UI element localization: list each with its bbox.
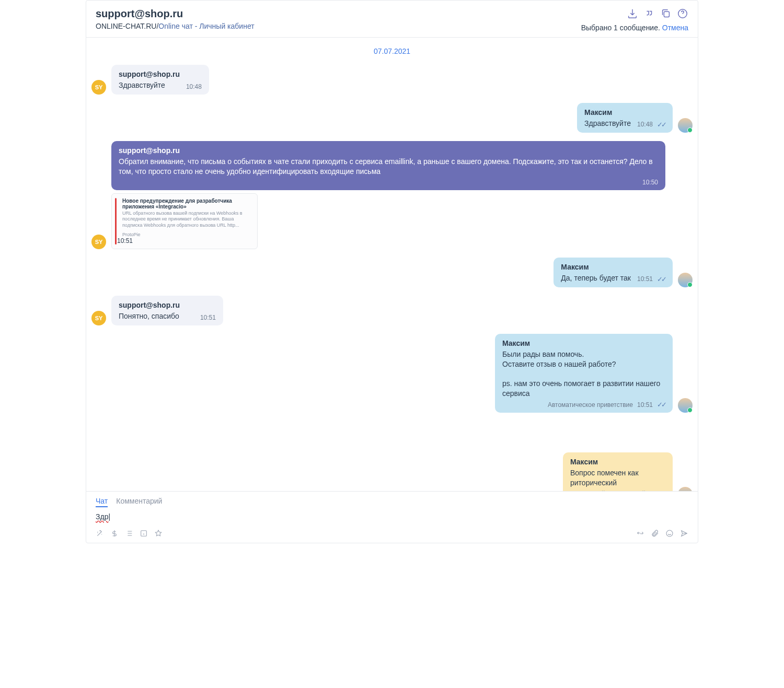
send-icon[interactable] [680, 529, 688, 538]
read-ticks-icon: ✓✓ [657, 275, 665, 283]
chat-body: 07.07.2021 SY support@shop.ru Здравствуй… [86, 38, 698, 491]
help-icon[interactable] [677, 8, 688, 19]
transfer-icon[interactable] [636, 529, 644, 538]
breadcrumb-prefix: ONLINE-CHAT.RU/ [96, 22, 158, 30]
message-row[interactable]: Максим Вопрос помечен как риторический С… [91, 452, 693, 491]
message-composer: Чат Комментарий Здр| [86, 491, 698, 543]
message-sender: Максим [561, 263, 665, 271]
message-body: Здравствуйте [584, 119, 631, 129]
message-row[interactable]: Максим Были рады вам помочь. Оставите от… [91, 334, 693, 413]
message-input[interactable]: Здр| [96, 511, 688, 526]
quote-icon[interactable] [643, 8, 655, 19]
message-sender: Максим [502, 339, 665, 347]
emoji-icon[interactable] [665, 529, 674, 538]
message-body: Вопрос помечен как риторический [570, 468, 665, 488]
dollar-icon[interactable] [110, 529, 119, 538]
selection-info: Выбрано 1 сообщение. Отмена [581, 24, 688, 32]
message-row[interactable]: Максим Здравствуйте 10:48✓✓ [91, 103, 693, 133]
message-bubble-selected[interactable]: support@shop.ru Обратил внимание, что пи… [111, 141, 665, 190]
avatar [678, 487, 693, 491]
svg-point-3 [666, 530, 673, 537]
message-sender: Максим [570, 458, 665, 466]
message-sender: support@shop.ru [119, 70, 202, 78]
list-icon[interactable] [125, 529, 133, 538]
message-bubble[interactable]: Максим Здравствуйте 10:48✓✓ [577, 103, 673, 133]
attachment-source: ProtoPie [122, 232, 141, 237]
message-time: 10:51 [637, 275, 653, 283]
message-bubble[interactable]: Максим Были рады вам помочь. Оставите от… [495, 334, 673, 413]
download-icon[interactable] [627, 8, 638, 19]
message-sender: Максим [584, 108, 665, 116]
message-time: 10:51 [637, 401, 653, 409]
attachment-icon[interactable] [651, 529, 659, 538]
read-ticks-icon: ✓✓ [657, 121, 665, 129]
message-row[interactable]: Максим Да, теперь будет так 10:51✓✓ [91, 258, 693, 287]
message-row[interactable]: SY support@shop.ru Здравствуйте 10:48 [91, 65, 693, 95]
read-ticks-icon: ✓✓ [657, 401, 665, 409]
date-separator: 07.07.2021 [91, 47, 693, 55]
info-box-icon[interactable] [140, 529, 148, 538]
copy-icon[interactable] [660, 8, 672, 19]
message-body: Понятно, спасибо [119, 311, 179, 321]
message-row[interactable]: SY support@shop.ru Понятно, спасибо 10:5… [91, 296, 693, 325]
chat-header: support@shop.ru ONLINE-CHAT.RU/Online ча… [86, 1, 698, 38]
message-body: Да, теперь будет так [561, 273, 631, 283]
message-bubble-system[interactable]: Максим Вопрос помечен как риторический С… [563, 452, 673, 491]
message-annotation: Автоматическое приветствие [548, 401, 633, 409]
message-body: Были рады вам помочь. Оставите отзыв о н… [502, 349, 665, 399]
avatar [678, 118, 693, 133]
avatar [678, 273, 693, 287]
tab-comment[interactable]: Комментарий [116, 497, 162, 507]
message-time: 10:50 [642, 179, 658, 186]
breadcrumb: ONLINE-CHAT.RU/Online чат - Личный кабин… [96, 22, 255, 30]
breadcrumb-link[interactable]: Online чат - Личный кабинет [158, 22, 254, 30]
message-sender: support@shop.ru [119, 146, 658, 155]
magic-wand-icon[interactable] [96, 529, 104, 538]
avatar [678, 398, 693, 413]
message-row[interactable]: SY Новое предупреждение для разработчика… [91, 193, 693, 249]
message-sender: support@shop.ru [119, 301, 216, 309]
message-bubble[interactable]: support@shop.ru Здравствуйте 10:48 [111, 65, 209, 95]
tab-chat[interactable]: Чат [96, 497, 108, 507]
star-icon[interactable] [154, 529, 163, 538]
avatar: SY [91, 80, 106, 95]
message-time: 10:51 [117, 237, 133, 244]
cancel-selection-button[interactable]: Отмена [662, 24, 688, 32]
chat-title: support@shop.ru [96, 8, 255, 20]
message-row[interactable]: support@shop.ru Обратил внимание, что пи… [91, 141, 693, 190]
avatar: SY [91, 311, 106, 325]
message-time: 10:48 [186, 83, 202, 90]
message-time: 10:51 [200, 314, 216, 321]
message-body: Обратил внимание, что письма о событиях … [119, 157, 658, 177]
svg-rect-0 [664, 11, 669, 17]
message-bubble[interactable]: Максим Да, теперь будет так 10:51✓✓ [554, 258, 673, 287]
message-time: 10:51 [650, 490, 665, 491]
attachment-card[interactable]: Новое предупреждение для разработчика пр… [111, 193, 258, 249]
message-body: Здравствуйте [119, 80, 165, 90]
message-time: 10:48 [637, 121, 653, 128]
message-bubble[interactable]: support@shop.ru Понятно, спасибо 10:51 [111, 296, 223, 325]
attachment-desc: URL обратного вызова вашей подписки на W… [117, 211, 252, 229]
message-annotation: Системный комментарий [572, 490, 645, 491]
avatar: SY [91, 235, 106, 249]
attachment-title: Новое предупреждение для разработчика пр… [117, 198, 252, 209]
